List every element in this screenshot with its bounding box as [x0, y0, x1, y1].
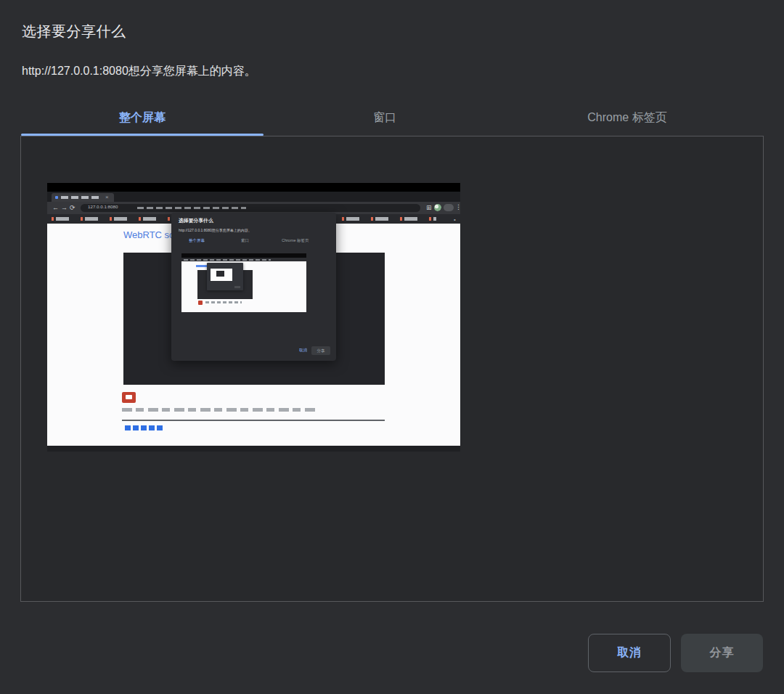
- bookmarks-overflow-icon: •: [454, 216, 456, 223]
- webpage-heading: WebRTC sc: [123, 229, 174, 240]
- nested-toolbar-placeholder: [184, 259, 271, 261]
- dialog-subtitle: http://127.0.0.1:8080想分享您屏幕上的内容。: [22, 64, 256, 79]
- divider: [122, 420, 385, 421]
- deep-nested-dialog: [207, 263, 243, 290]
- address-bar: 127.0.0.1:8080: [81, 204, 420, 212]
- cancel-button[interactable]: 取消: [588, 634, 671, 672]
- nested-tab-chrome-tab: Chrome 标签页: [282, 237, 309, 243]
- tab-window[interactable]: 窗口: [264, 107, 506, 135]
- window-bottom-edge: [47, 446, 460, 452]
- deep-nested-button: [234, 286, 240, 288]
- screen-preview[interactable]: × ← → ⟳ 127.0.0.1:8080 ⊞ ⋮ • WebRTC sc: [47, 183, 460, 452]
- address-path-placeholder: [137, 207, 246, 209]
- menu-bar: [47, 183, 460, 192]
- nested-share-button: 分享: [311, 346, 330, 355]
- nested-tab-window: 窗口: [241, 237, 249, 243]
- caption-text-placeholder: [122, 408, 316, 412]
- nested-share-dialog: 选择要分享什么 http://127.0.0.1:8080想分享您屏幕上的内容。…: [171, 213, 336, 361]
- nested-caption-placeholder: [205, 301, 242, 303]
- preview-panel: × ← → ⟳ 127.0.0.1:8080 ⊞ ⋮ • WebRTC sc: [20, 136, 764, 602]
- share-button[interactable]: 分享: [681, 634, 763, 672]
- extensions-icon: ⊞: [426, 204, 432, 211]
- forward-icon: →: [61, 204, 68, 211]
- active-tab-indicator: [21, 134, 264, 136]
- nested-webpage: [181, 261, 306, 312]
- address-text: 127.0.0.1:8080: [88, 205, 118, 210]
- nested-tab-entire-screen: 整个屏幕: [189, 237, 205, 243]
- nested-record-button: [198, 301, 203, 305]
- browser-tab-title-placeholder: [61, 196, 99, 199]
- deep-nested-preview: [211, 269, 232, 281]
- nested-cancel-button: 取消: [299, 347, 307, 353]
- deep-nested-video: [216, 271, 224, 277]
- more-menu-icon: ⋮: [455, 203, 462, 211]
- tab-bar: 整个屏幕 窗口 Chrome 标签页: [21, 107, 748, 135]
- camera-icon: [126, 395, 132, 399]
- nested-screen-preview: [181, 253, 306, 312]
- browser-tab-strip: ×: [47, 192, 460, 202]
- nested-dialog-title: 选择要分享什么: [179, 217, 213, 224]
- link-placeholder: [125, 425, 163, 430]
- avatar: [434, 204, 441, 211]
- record-button: [122, 392, 136, 403]
- reload-icon: ⟳: [70, 204, 75, 211]
- favicon-icon: [55, 196, 58, 199]
- nested-dialog-subtitle: http://127.0.0.1:8080想分享您屏幕上的内容。: [179, 228, 252, 233]
- browser-tab: ×: [52, 193, 114, 202]
- tab-chrome-tab[interactable]: Chrome 标签页: [506, 107, 748, 135]
- page-title: 选择要分享什么: [22, 22, 126, 41]
- tab-close-icon: ×: [105, 194, 109, 200]
- profile-pill: [444, 204, 454, 211]
- back-icon: ←: [52, 204, 59, 211]
- tab-entire-screen[interactable]: 整个屏幕: [21, 107, 264, 135]
